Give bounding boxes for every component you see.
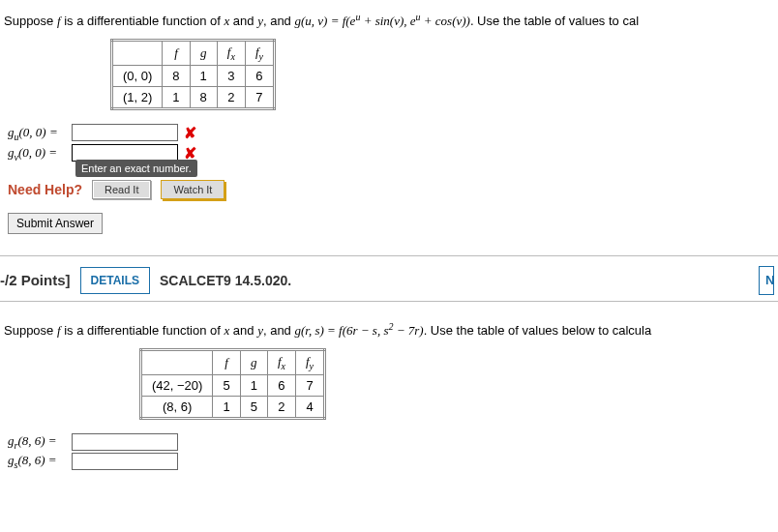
watch-it-button[interactable]: Watch It <box>161 180 224 199</box>
cell-fx: 2 <box>217 86 245 108</box>
cell-f: 8 <box>163 65 190 86</box>
gu-input[interactable] <box>72 124 178 141</box>
table-row: (1, 2) 1 8 2 7 <box>112 86 275 108</box>
col-g: g <box>190 41 217 66</box>
col-fy: fy <box>245 41 274 66</box>
q2-prompt: Suppose f is a differentiable function o… <box>4 321 774 339</box>
cell-g: 5 <box>240 396 267 418</box>
cell-fx: 6 <box>267 374 295 396</box>
cell-fy: 7 <box>295 374 324 396</box>
g-expression: g(r, s) = f(6r − s, s2 − 7r) <box>294 323 423 338</box>
cell-point: (42, −20) <box>141 374 213 396</box>
cell-point: (0, 0) <box>112 65 163 86</box>
text: is a differentiable function of <box>61 14 224 28</box>
col-blank <box>112 41 163 66</box>
tooltip-exact-number: Enter an exact number. <box>75 160 197 177</box>
cell-g: 1 <box>240 374 267 396</box>
cell-fy: 6 <box>245 65 274 86</box>
gu-label: gu(0, 0) = <box>8 125 68 142</box>
gr-label: gr(8, 6) = <box>8 433 68 451</box>
answer-row-gu: gu(0, 0) = ✘ <box>8 124 774 142</box>
wrong-icon: ✘ <box>184 124 196 142</box>
right-partial-button[interactable]: N <box>759 266 774 295</box>
col-g: g <box>240 350 267 375</box>
need-help-label: Need Help? <box>8 182 82 197</box>
q1-prompt: Suppose f is a differentiable function o… <box>4 12 774 29</box>
cell-f: 1 <box>213 396 240 418</box>
table-row: (42, −20) 5 1 6 7 <box>141 374 325 396</box>
text: . Use the table of values to cal <box>470 14 639 28</box>
cell-g: 1 <box>190 65 217 86</box>
text: Suppose <box>4 323 57 338</box>
table-row: (8, 6) 1 5 2 4 <box>141 396 325 418</box>
col-blank <box>141 350 213 375</box>
answer-row-gv: gv(0, 0) = ✘ Enter an exact number. <box>8 144 774 163</box>
text: , and <box>263 323 295 338</box>
answer-row-gr: gr(8, 6) = <box>8 433 774 451</box>
cell-f: 5 <box>213 374 240 396</box>
q1-data-table: f g fx fy (0, 0) 8 1 3 6 (1, 2) 1 8 2 7 <box>110 39 276 110</box>
points-label: -/2 Points] <box>0 272 71 288</box>
q2-data-table: f g fx fy (42, −20) 5 1 6 7 (8, 6) 1 5 2… <box>139 348 326 420</box>
submit-area: Submit Answer <box>8 213 774 234</box>
gs-label: gs(8, 6) = <box>8 453 68 470</box>
col-fx: fx <box>267 350 295 375</box>
text: and <box>229 323 257 338</box>
gv-label: gv(0, 0) = <box>8 145 68 163</box>
cell-fy: 4 <box>295 396 324 418</box>
cell-fx: 2 <box>267 396 295 418</box>
cell-fx: 3 <box>217 65 245 86</box>
table-header-row: f g fx fy <box>141 350 325 375</box>
cell-point: (8, 6) <box>141 396 213 418</box>
g-expression: g(u, v) = f(eu + sin(v), eu + cos(v)) <box>294 14 469 28</box>
col-fx: fx <box>217 41 245 66</box>
read-it-button[interactable]: Read It <box>92 180 151 199</box>
question-reference: SCALCET9 14.5.020. <box>160 273 291 288</box>
gr-input[interactable] <box>72 433 178 451</box>
answer-row-gs: gs(8, 6) = <box>8 453 774 470</box>
text: . Use the table of values below to calcu… <box>424 323 652 338</box>
need-help-row: Need Help? Read It Watch It <box>8 180 774 199</box>
col-f: f <box>213 350 240 375</box>
details-button[interactable]: DETAILS <box>80 267 150 294</box>
text: Suppose <box>4 14 57 28</box>
text: is a differentiable function of <box>61 323 224 338</box>
question-2-header: -/2 Points] DETAILS SCALCET9 14.5.020. N <box>0 256 778 302</box>
gs-input[interactable] <box>72 453 178 470</box>
cell-fy: 7 <box>245 86 274 108</box>
table-header-row: f g fx fy <box>112 41 275 66</box>
text: and <box>229 14 257 28</box>
cell-g: 8 <box>190 86 217 108</box>
col-f: f <box>163 41 190 66</box>
text: , and <box>263 14 295 28</box>
cell-point: (1, 2) <box>112 86 163 108</box>
question-2: Suppose f is a differentiable function o… <box>0 310 778 480</box>
col-fy: fy <box>295 350 324 375</box>
table-row: (0, 0) 8 1 3 6 <box>112 65 275 86</box>
submit-answer-button[interactable]: Submit Answer <box>8 213 103 234</box>
question-1: Suppose f is a differentiable function o… <box>0 0 778 250</box>
cell-f: 1 <box>163 86 190 108</box>
